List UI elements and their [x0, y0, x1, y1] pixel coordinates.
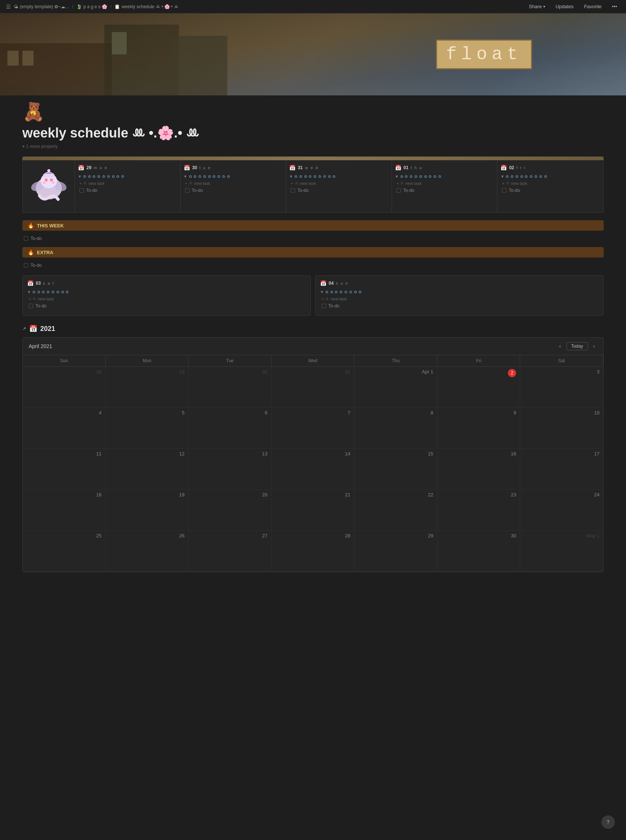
favorite-button[interactable]: Favorite	[581, 2, 604, 11]
todo-checkbox-mon[interactable]	[79, 188, 84, 193]
cal-cell-4-2[interactable]: 27	[189, 531, 272, 572]
cal-cell-1-2[interactable]: 6	[189, 408, 272, 449]
cal-cell-3-4[interactable]: 22	[354, 490, 437, 531]
this-week-label[interactable]: 🔥 THIS WEEK	[22, 220, 604, 231]
todo-checkbox-fri[interactable]	[502, 188, 506, 193]
cal-cell-4-5[interactable]: 30	[437, 531, 521, 572]
calendar-next-button[interactable]: ›	[591, 342, 597, 350]
todo-item-extra: To-do	[24, 263, 604, 268]
new-task-btn-wed[interactable]: + ☆ new task	[289, 180, 389, 186]
extra-label[interactable]: 🔥 EXTRA	[22, 247, 604, 258]
todo-checkbox-tue[interactable]	[185, 188, 190, 193]
cal-cell-3-3[interactable]: 21	[272, 490, 355, 531]
task-group-header-wed[interactable]: ▼ ✿ ✿ ✿ ✿ ✿ ✿ ✿ ✿ ✿	[289, 174, 389, 178]
week-header-bar	[22, 156, 604, 160]
cal-cell-2-1[interactable]: 12	[106, 449, 189, 490]
cal-cell-4-1[interactable]: 26	[106, 531, 189, 572]
star-icon-tue: ☆	[189, 181, 192, 186]
calendar-section-header[interactable]: ↗ 📅 2021	[22, 325, 604, 333]
new-task-btn-sat[interactable]: + ☆ new task	[27, 296, 306, 302]
todo-item-thisweek: To-do	[24, 236, 604, 241]
cal-cell-2-3[interactable]: 14	[272, 449, 355, 490]
cal-cell-0-5[interactable]: 2	[437, 367, 521, 408]
calendar-nav: April 2021 ‹ Today ›	[23, 338, 603, 355]
cal-cell-3-2[interactable]: 20	[189, 490, 272, 531]
calendar-month-label: April 2021	[29, 343, 52, 349]
cal-cell-4-3[interactable]: 28	[272, 531, 355, 572]
cal-cell-1-0[interactable]: 4	[23, 408, 106, 449]
calendar-icon-section: 📅	[29, 325, 37, 333]
task-group-sat: ▼ ✿ ✿ ✿ ✿ ✿ ✿ ✿ ✿ + ☆ new task To-do	[27, 290, 306, 308]
task-group-header-mon[interactable]: ▼ ✿ ✿ ✿ ✿ ✿ ✿ ✿ ✿ ✿	[78, 174, 177, 178]
breadcrumb-item-3[interactable]: 📋 weekly schedule ꔛ •.🌸.• ꔛ	[114, 4, 178, 9]
cal-cell-3-6[interactable]: 24	[520, 490, 603, 531]
help-button[interactable]: ?	[601, 815, 615, 829]
calendar-icon-sun: 📅	[320, 280, 326, 286]
task-group-header-sat[interactable]: ▼ ✿ ✿ ✿ ✿ ✿ ✿ ✿ ✿	[27, 290, 306, 294]
hamburger-icon[interactable]: ☰	[6, 4, 11, 10]
todo-checkbox-sun[interactable]	[322, 304, 326, 308]
cal-cell-2-2[interactable]: 13	[189, 449, 272, 490]
todo-item-mon: To-do	[79, 188, 177, 193]
more-property-row[interactable]: ▾ 1 more property	[22, 144, 604, 149]
cal-cell-1-6[interactable]: 10	[520, 408, 603, 449]
weekday-col-fri: 📅 02 f r i ▼ ✿ ✿ ✿ ✿ ✿ ✿ ✿ ✿ ✿ + ☆ new t…	[498, 160, 603, 213]
todo-checkbox-extra[interactable]	[24, 263, 28, 267]
weekday-col-tue: 📅 30 t u e ▼ ✿ ✿ ✿ ✿ ✿ ✿ ✿ ✿ ✿ + ☆ new t…	[181, 160, 286, 213]
task-group-header-tue[interactable]: ▼ ✿ ✿ ✿ ✿ ✿ ✿ ✿ ✿ ✿	[184, 174, 283, 178]
triangle-icon-wed: ▼	[289, 174, 293, 178]
task-group-header-thu[interactable]: ▼ ✿ ✿ ✿ ✿ ✿ ✿ ✿ ✿ ✿	[395, 174, 495, 178]
svg-point-13	[42, 181, 46, 184]
share-button[interactable]: Share ▾	[526, 2, 548, 11]
breadcrumb-icon-1: 🌤	[14, 4, 18, 9]
breadcrumb-item-2[interactable]: 🍃 p a g e s 🌸	[77, 4, 107, 9]
star-icon-mon: ☆	[83, 181, 87, 186]
cal-cell-0-3[interactable]: 31	[272, 367, 355, 408]
new-task-btn-tue[interactable]: + ☆ new task	[184, 180, 283, 186]
task-group-header-sun[interactable]: ▼ ✿ ✿ ✿ ✿ ✿ ✿ ✿ ✿	[320, 290, 599, 294]
cal-cell-3-0[interactable]: 18	[23, 490, 106, 531]
cal-cell-2-5[interactable]: 16	[437, 449, 521, 490]
new-task-btn-thu[interactable]: + ☆ new task	[395, 180, 495, 186]
todo-checkbox-thu[interactable]	[396, 188, 401, 193]
more-button[interactable]: •••	[609, 2, 620, 11]
svg-rect-5	[22, 51, 33, 66]
cal-cell-1-3[interactable]: 7	[272, 408, 355, 449]
cal-cell-3-5[interactable]: 23	[437, 490, 521, 531]
breadcrumb-icon-2: 🍃	[77, 4, 82, 9]
todo-checkbox-wed[interactable]	[291, 188, 295, 193]
cal-cell-0-1[interactable]: 29	[106, 367, 189, 408]
cal-cell-4-4[interactable]: 29	[354, 531, 437, 572]
todo-item-tue: To-do	[185, 188, 283, 193]
cal-cell-2-6[interactable]: 17	[520, 449, 603, 490]
cal-cell-1-5[interactable]: 9	[437, 408, 521, 449]
cal-cell-1-4[interactable]: 8	[354, 408, 437, 449]
cal-cell-0-0[interactable]: 28	[23, 367, 106, 408]
cal-cell-2-0[interactable]: 11	[23, 449, 106, 490]
cal-cell-0-4[interactable]: Apr 1	[354, 367, 437, 408]
cal-cell-3-1[interactable]: 19	[106, 490, 189, 531]
weekend-header-sat: 📅 03 s a t	[27, 280, 306, 286]
cal-cell-4-6[interactable]: May 1	[520, 531, 603, 572]
new-task-btn-sun[interactable]: + ☆ new task	[320, 296, 599, 302]
updates-button[interactable]: Updates	[552, 2, 576, 11]
task-group-header-fri[interactable]: ▼ ✿ ✿ ✿ ✿ ✿ ✿ ✿ ✿ ✿	[501, 174, 600, 178]
cal-cell-1-1[interactable]: 5	[106, 408, 189, 449]
cal-cell-2-4[interactable]: 15	[354, 449, 437, 490]
cal-cell-0-6[interactable]: 3	[520, 367, 603, 408]
calendar-prev-button[interactable]: ‹	[557, 342, 563, 350]
star-icon-wed: ☆	[295, 181, 299, 186]
cal-header-tue: Tue	[189, 355, 272, 367]
cal-cell-4-0[interactable]: 25	[23, 531, 106, 572]
todo-checkbox-thisweek[interactable]	[24, 236, 28, 241]
breadcrumb-item-1[interactable]: 🌤 (empty template) ✿~☁...	[14, 4, 69, 9]
new-task-btn-mon[interactable]: + ☆ new task	[78, 180, 177, 186]
calendar-today-button[interactable]: Today	[567, 342, 588, 350]
todo-checkbox-sat[interactable]	[29, 304, 33, 308]
cal-cell-0-2[interactable]: 30	[189, 367, 272, 408]
svg-point-10	[41, 173, 57, 188]
todo-item-fri: To-do	[502, 188, 600, 193]
svg-point-15	[47, 169, 50, 172]
svg-point-12	[50, 178, 53, 181]
new-task-btn-fri[interactable]: + ☆ new task	[501, 180, 600, 186]
